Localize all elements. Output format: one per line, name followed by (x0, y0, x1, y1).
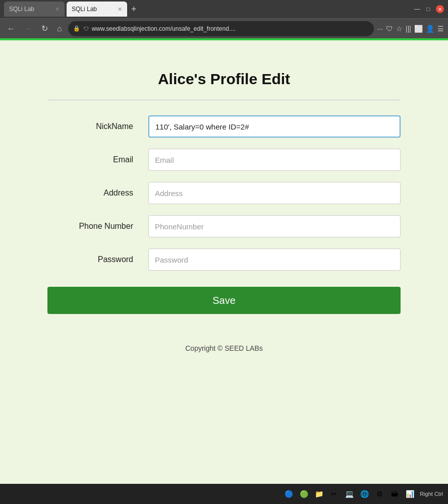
restore-button[interactable]: □ (425, 6, 432, 13)
taskbar-icon-1[interactable]: 🔵 (283, 488, 295, 500)
email-label: Email (47, 155, 148, 164)
url-domain: www.seedlabsqlinjection.com/unsafe_edit_… (92, 25, 231, 32)
address-label: Address (47, 188, 148, 198)
taskbar-text: Right Ctrl (420, 491, 443, 497)
save-button[interactable]: Save (47, 287, 401, 314)
page-content: Alice's Profile Edit NickName Email Addr… (0, 40, 448, 504)
home-button[interactable]: ⌂ (54, 22, 65, 35)
tab-1-close[interactable]: ✕ (55, 6, 60, 13)
taskbar: 🔵 🟢 📁 ✂ 💻 🌐 ⚙ 🏔 📊 Right Ctrl (0, 484, 448, 504)
taskbar-icon-2[interactable]: 🟢 (298, 488, 310, 500)
back-button[interactable]: ← (4, 22, 18, 35)
taskbar-icon-9[interactable]: 📊 (404, 488, 416, 500)
taskbar-icon-8[interactable]: 🏔 (388, 488, 401, 500)
bookmarks-list-icon[interactable]: ||| (406, 25, 411, 33)
taskbar-icon-6[interactable]: 🌐 (358, 488, 370, 500)
taskbar-icon-4[interactable]: ✂ (328, 488, 340, 500)
nickname-input[interactable] (148, 115, 401, 138)
url-suffix: ... (231, 25, 236, 32)
shield-toolbar-icon[interactable]: 🛡 (386, 25, 393, 33)
password-input[interactable] (148, 248, 401, 271)
nav-extra-icons: ··· 🛡 ☆ ||| ⬜ 👤 ☰ (377, 25, 444, 33)
close-button[interactable]: ✕ (436, 5, 444, 13)
profile-edit-form: NickName Email Address Phone Number Pass… (47, 115, 401, 282)
forward-button[interactable]: → (21, 22, 35, 35)
title-bar: SQLi Lab ✕ SQLi Lab ✕ + — □ ✕ (0, 0, 448, 18)
tab-view-icon[interactable]: ⬜ (414, 25, 423, 33)
tab-2-close[interactable]: ✕ (118, 6, 122, 13)
email-row: Email (47, 149, 401, 171)
bookmark-icon[interactable]: ☆ (396, 25, 403, 33)
phone-input[interactable] (148, 215, 401, 237)
tab-2-label: SQLi Lab (72, 6, 97, 13)
divider (47, 100, 401, 100)
url-text: www.seedlabsqlinjection.com/unsafe_edit_… (92, 25, 369, 32)
extensions-icon[interactable]: ··· (377, 25, 383, 33)
minimize-button[interactable]: — (414, 6, 421, 13)
nickname-row: NickName (47, 115, 401, 138)
tab-1-label: SQLi Lab (9, 6, 34, 13)
browser-window: SQLi Lab ✕ SQLi Lab ✕ + — □ ✕ ← → ↻ ⌂ 🔒 … (0, 0, 448, 40)
taskbar-icon-7[interactable]: ⚙ (373, 488, 385, 500)
taskbar-icon-3[interactable]: 📁 (313, 488, 325, 500)
tab-2[interactable]: SQLi Lab ✕ (67, 2, 127, 17)
shield-icon: 🛡 (83, 26, 89, 32)
profile-icon[interactable]: 👤 (426, 25, 434, 33)
password-label: Password (47, 255, 148, 264)
window-controls: — □ ✕ (414, 5, 444, 13)
taskbar-icons: 🔵 🟢 📁 ✂ 💻 🌐 ⚙ 🏔 📊 (283, 488, 416, 500)
page-title: Alice's Profile Edit (158, 71, 290, 88)
email-input[interactable] (148, 149, 401, 171)
copyright-text: Copyright © SEED LABs (185, 344, 263, 352)
nickname-label: NickName (47, 122, 148, 131)
refresh-button[interactable]: ↻ (38, 22, 51, 35)
nav-bar: ← → ↻ ⌂ 🔒 🛡 www.seedlabsqlinjection.com/… (0, 18, 448, 38)
add-tab-button[interactable]: + (131, 4, 137, 15)
password-row: Password (47, 248, 401, 271)
address-bar[interactable]: 🔒 🛡 www.seedlabsqlinjection.com/unsafe_e… (68, 21, 374, 36)
phone-label: Phone Number (47, 222, 148, 231)
tab-1[interactable]: SQLi Lab ✕ (4, 2, 65, 17)
menu-icon[interactable]: ☰ (437, 25, 444, 33)
address-row: Address (47, 182, 401, 204)
phone-row: Phone Number (47, 215, 401, 237)
lock-icon: 🔒 (73, 25, 80, 32)
taskbar-icon-5[interactable]: 💻 (343, 488, 355, 500)
address-input[interactable] (148, 182, 401, 204)
